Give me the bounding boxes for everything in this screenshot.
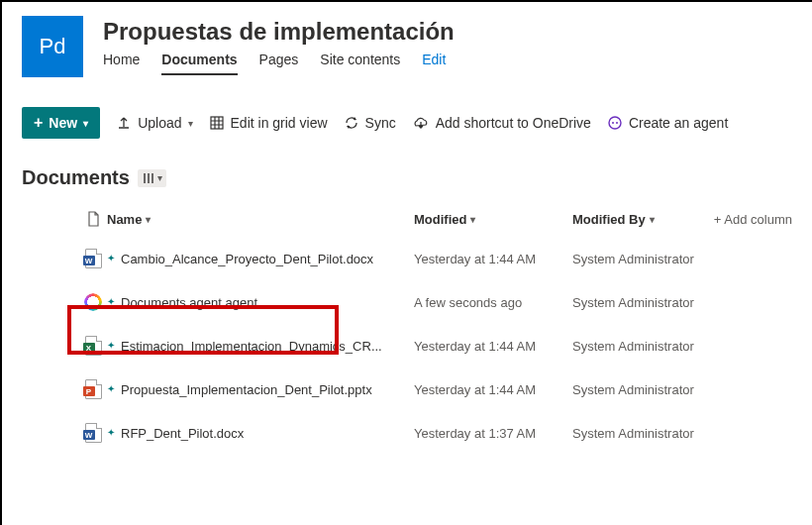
file-name[interactable]: ✦Propuesta_Implementacion_Dent_Pilot.ppt… <box>107 382 414 397</box>
sync-button[interactable]: Sync <box>344 115 396 131</box>
nav-site-contents[interactable]: Site contents <box>320 52 400 75</box>
columns-icon <box>142 171 155 185</box>
file-name-text: RFP_Dent_Pilot.docx <box>121 426 244 441</box>
new-indicator-icon: ✦ <box>107 384 115 394</box>
file-icon <box>86 211 100 227</box>
site-title: Propuestas de implementación <box>103 18 455 46</box>
column-name-label: Name <box>107 212 142 227</box>
file-name-text: Estimacion_Implementacion_Dynamics_CR... <box>121 339 382 354</box>
file-name-text: Propuesta_Implementacion_Dent_Pilot.pptx <box>121 382 372 397</box>
column-modified-by-label: Modified By <box>572 212 646 227</box>
svg-point-2 <box>612 122 614 124</box>
add-column-label: Add column <box>724 212 792 227</box>
new-indicator-icon: ✦ <box>107 428 115 438</box>
table-row[interactable]: ✦Documents agent.agentA few seconds agoS… <box>22 280 792 324</box>
plus-icon: + <box>34 115 43 131</box>
new-button-label: New <box>49 115 77 131</box>
new-indicator-icon: ✦ <box>107 254 115 263</box>
table-row[interactable]: P✦Propuesta_Implementacion_Dent_Pilot.pp… <box>22 368 792 411</box>
file-name-text: Documents agent.agent <box>121 295 257 310</box>
library-title: Documents <box>22 166 130 189</box>
file-modified-by: System Administrator <box>572 252 701 266</box>
add-onedrive-button[interactable]: Add shortcut to OneDrive <box>412 115 591 131</box>
nav-documents[interactable]: Documents <box>161 52 237 75</box>
file-type-icon: W <box>79 249 107 268</box>
file-modified-by: System Administrator <box>572 339 701 354</box>
file-name[interactable]: ✦Estimacion_Implementacion_Dynamics_CR..… <box>107 339 414 354</box>
sync-icon <box>344 115 359 131</box>
excel-file-icon: X <box>85 336 102 356</box>
add-column-button[interactable]: + Add column <box>701 212 792 227</box>
file-type-icon: P <box>79 379 107 399</box>
sync-label: Sync <box>365 115 396 131</box>
site-logo[interactable]: Pd <box>22 16 83 77</box>
chevron-down-icon: ▾ <box>470 214 475 225</box>
column-name[interactable]: Name ▾ <box>107 212 414 227</box>
file-name[interactable]: ✦Documents agent.agent <box>107 295 414 310</box>
svg-point-1 <box>609 117 621 129</box>
upload-label: Upload <box>138 115 181 131</box>
column-modified[interactable]: Modified ▾ <box>414 212 572 227</box>
file-type-icon: X <box>79 336 107 356</box>
grid-icon <box>209 115 225 131</box>
word-file-icon: W <box>85 249 102 268</box>
onedrive-shortcut-icon <box>412 115 430 131</box>
column-modified-label: Modified <box>414 212 466 227</box>
table-row[interactable]: X✦Estimacion_Implementacion_Dynamics_CR.… <box>22 324 792 368</box>
upload-icon <box>116 115 132 131</box>
chevron-down-icon: ▾ <box>83 118 88 129</box>
file-modified: Yesterday at 1:44 AM <box>414 339 572 354</box>
file-type-icon <box>79 293 107 311</box>
svg-point-3 <box>616 122 618 124</box>
file-name[interactable]: ✦Cambio_Alcance_Proyecto_Dent_Pilot.docx <box>107 252 414 266</box>
file-modified: A few seconds ago <box>414 295 572 310</box>
new-button[interactable]: + New ▾ <box>22 107 100 139</box>
file-modified-by: System Administrator <box>572 426 701 441</box>
chevron-down-icon: ▾ <box>650 214 655 225</box>
chevron-down-icon: ▾ <box>188 118 193 129</box>
add-onedrive-label: Add shortcut to OneDrive <box>436 115 591 131</box>
file-modified: Yesterday at 1:44 AM <box>414 252 572 266</box>
column-doc-type[interactable] <box>79 211 107 227</box>
edit-grid-button[interactable]: Edit in grid view <box>209 115 328 131</box>
nav-pages[interactable]: Pages <box>259 52 299 75</box>
word-file-icon: W <box>85 423 102 443</box>
file-modified-by: System Administrator <box>572 295 701 310</box>
chevron-down-icon: ▾ <box>157 172 162 183</box>
file-modified-by: System Administrator <box>572 382 701 397</box>
upload-button[interactable]: Upload ▾ <box>116 115 192 131</box>
column-headers: Name ▾ Modified ▾ Modified By ▾ + Add co… <box>2 193 812 237</box>
svg-rect-0 <box>211 117 223 129</box>
copilot-agent-icon <box>84 293 102 311</box>
table-row[interactable]: W✦RFP_Dent_Pilot.docxYesterday at 1:37 A… <box>22 411 792 455</box>
file-name[interactable]: ✦RFP_Dent_Pilot.docx <box>107 426 414 441</box>
file-modified: Yesterday at 1:37 AM <box>414 426 572 441</box>
new-indicator-icon: ✦ <box>107 297 115 307</box>
agent-icon <box>607 115 623 131</box>
create-agent-label: Create an agent <box>629 115 728 131</box>
edit-grid-label: Edit in grid view <box>231 115 328 131</box>
column-modified-by[interactable]: Modified By ▾ <box>572 212 701 227</box>
nav-home[interactable]: Home <box>103 52 140 75</box>
new-indicator-icon: ✦ <box>107 341 115 351</box>
view-selector[interactable]: ▾ <box>138 169 166 187</box>
file-name-text: Cambio_Alcance_Proyecto_Dent_Pilot.docx <box>121 252 373 266</box>
table-row[interactable]: W✦Cambio_Alcance_Proyecto_Dent_Pilot.doc… <box>22 237 792 280</box>
file-modified: Yesterday at 1:44 AM <box>414 382 572 397</box>
file-type-icon: W <box>79 423 107 443</box>
nav-edit[interactable]: Edit <box>422 52 446 75</box>
ppt-file-icon: P <box>85 379 102 399</box>
chevron-down-icon: ▾ <box>146 214 151 225</box>
create-agent-button[interactable]: Create an agent <box>607 115 728 131</box>
command-bar: + New ▾ Upload ▾ Edit in grid view Sync … <box>2 95 812 153</box>
